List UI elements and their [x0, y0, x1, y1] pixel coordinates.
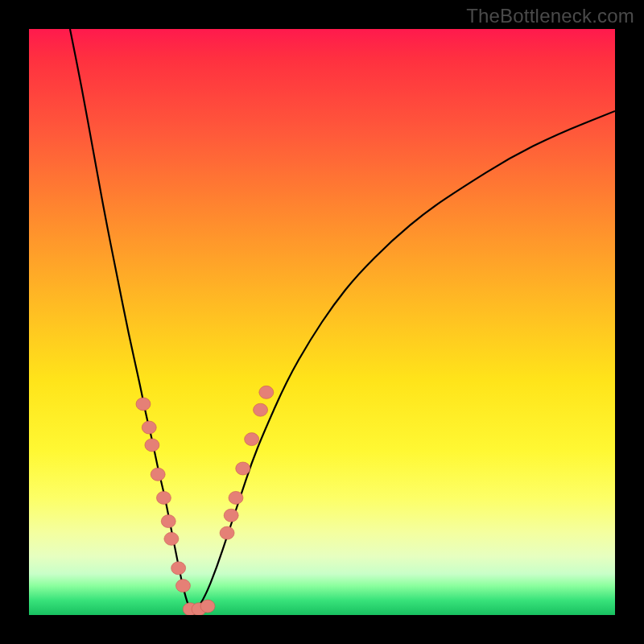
curve-marker [142, 421, 156, 434]
curve-marker [136, 398, 151, 411]
curve-left-branch [70, 29, 193, 615]
chart-frame: TheBottleneck.com [0, 0, 644, 644]
curve-marker [245, 433, 259, 446]
curve-marker [229, 491, 243, 504]
bottleneck-curve [29, 29, 615, 615]
curve-marker [200, 600, 215, 613]
curve-marker [156, 491, 171, 504]
curve-marker [224, 509, 238, 522]
curve-marker [254, 403, 268, 416]
plot-area [29, 29, 615, 615]
watermark-text: TheBottleneck.com [466, 5, 634, 27]
curve-marker [171, 562, 186, 575]
curve-marker [164, 532, 179, 545]
curve-marker [175, 580, 190, 592]
curve-marker [161, 515, 175, 528]
curve-marker [145, 439, 159, 452]
curve-marker [236, 462, 250, 475]
curve-markers [136, 386, 274, 615]
curve-right-branch [193, 111, 615, 615]
curve-marker [220, 526, 234, 539]
curve-marker [151, 468, 165, 481]
curve-marker [259, 386, 274, 398]
